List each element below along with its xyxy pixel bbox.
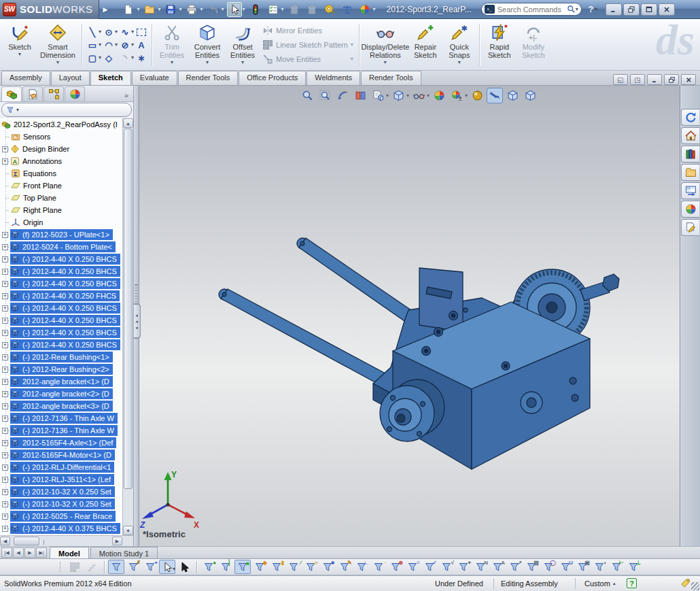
units-selector[interactable]: Custom▴ [584,579,615,588]
tree-item[interactable]: Sensors [0,131,122,143]
tree-item[interactable]: +(-) 2012-RLJ-3511<1> (Lef [0,473,122,486]
print-button[interactable] [184,2,199,17]
expander-icon[interactable]: + [2,501,8,507]
model-tab[interactable]: Model [50,547,89,558]
expander-icon[interactable]: + [2,281,8,287]
select-other-button[interactable] [176,560,192,574]
toggle-selection-filters-button[interactable] [108,560,124,574]
collapse-panel-button[interactable]: ◂ ◂ ◂ [134,303,141,339]
apply-scene-caret-icon[interactable]: ▾ [465,93,468,99]
expander-icon[interactable]: + [2,293,8,299]
convert-entities-button[interactable]: Convert Entities▾ [189,21,226,69]
quick-tips-button[interactable]: ? [627,578,637,588]
search-input[interactable] [497,5,567,14]
tree-item[interactable]: +2012-angle bracket<3> (D [0,400,122,412]
search-caret-icon[interactable]: ▾ [576,7,578,12]
tree-item[interactable]: +(-) 2012-10-32 X 0.250 Set [0,498,122,510]
select-tool-button[interactable]: ▾ [159,560,175,574]
linear-sketch-pattern-button[interactable]: Linear Sketch Pattern▾ [260,38,356,52]
panel-overflow-chevron[interactable]: » [124,91,133,101]
expander-icon[interactable]: + [2,489,8,495]
sketch-button[interactable]: Sketch▾ [3,21,37,69]
filter-sketch-segments-button[interactable]: ∟ [353,560,370,574]
filter-notes-button[interactable]: N [472,560,489,574]
filter-surface-bodies-button[interactable]: ◆ [251,560,268,574]
offset-entities-caret-icon[interactable]: ▾ [241,60,244,65]
tree-item[interactable]: +2012-5165F4-Motor<1> (D [0,449,122,461]
filter-centerlines-button[interactable]: ≡ [404,560,421,574]
select-all-filters-button[interactable]: + [142,560,158,574]
shadows-in-shaded-mode-button[interactable] [504,88,521,103]
undo-caret-icon[interactable]: ▾ [222,7,224,12]
filter-datums-button[interactable]: A [489,560,506,574]
minimize-document-button[interactable] [647,74,662,85]
close-window-button[interactable] [659,3,675,16]
filter-caret-icon[interactable]: ▾ [16,107,19,113]
polygon-tool[interactable]: ◇ [103,52,115,64]
view-orientation-caret-icon[interactable]: ▾ [386,93,389,99]
help-caret-icon[interactable]: ▾ [595,7,597,12]
tree-item[interactable]: +Annotations [0,155,122,167]
ellipse-tool[interactable]: ⊘ [119,39,131,51]
tree-item[interactable]: +(-) 2012-4-40 X 0.250 BHCS [0,253,122,265]
expander-icon[interactable]: + [2,477,8,483]
select-caret-icon[interactable]: ▾ [243,7,245,12]
hide-show-items-caret-icon[interactable]: ▾ [427,93,430,99]
tags-button[interactable] [680,578,690,588]
scroll-thumb[interactable] [124,129,133,489]
expander-icon[interactable]: + [2,305,8,311]
tab-scroll-button-0[interactable]: |◀ [1,547,12,558]
corner-rectangle-tool-caret-icon[interactable]: ▾ [99,42,101,48]
expander-icon[interactable]: + [2,403,8,409]
expander-icon[interactable]: + [2,465,8,471]
close-document-button[interactable] [681,74,696,85]
text-tool[interactable]: A [135,39,147,51]
tab-layout[interactable]: Layout [51,71,90,85]
tree-item[interactable]: +(-) 2012-4-40 X 0.250 BHCS [0,314,122,326]
tree-item[interactable]: +(-) 2012-4-40 X 0.250 BHCS [0,339,122,351]
tree-item[interactable]: Origin [0,216,122,229]
tree-item[interactable]: +2012-angle bracket<2> (D [0,388,122,400]
tab-scroll-button-1[interactable]: ◀ [13,547,24,558]
filter-planes-button[interactable]: ▱ [302,560,319,574]
sketch-picture-tool[interactable] [137,29,146,36]
menu-expand-arrow[interactable]: ▶ [99,3,112,16]
propertymanager-tab[interactable] [22,86,43,101]
tree-item[interactable]: +(-) 2012-4-40 X 0.375 BHCS [0,522,122,535]
spline-tool-caret-icon[interactable]: ▾ [131,29,134,35]
expander-icon[interactable]: + [2,256,8,263]
filter-cosmetic-threads-button[interactable]: ◐ [591,560,608,574]
units-caret-icon[interactable]: ▴ [613,581,616,586]
select-button[interactable] [227,2,242,17]
circle-tool[interactable]: ⊙ [103,26,115,38]
quick-snaps-button[interactable]: Quick Snaps▾ [442,21,476,69]
3d-model[interactable] [134,86,680,546]
tree-item[interactable]: +(-) 2012-4-40 X 0.250 BHCS [0,302,122,314]
circle-tool-caret-icon[interactable]: ▾ [115,29,118,35]
tree-item[interactable]: +(-) 2012-7136 - Thin Axle W [0,412,122,424]
paste-appearance-button[interactable] [304,2,319,17]
expander-icon[interactable]: + [2,146,8,152]
motion-study-tab[interactable]: Motion Study 1 [90,547,158,558]
tree-item[interactable]: Front Plane [0,180,122,192]
select-tool-caret-icon[interactable]: ▾ [173,567,175,572]
open-caret-icon[interactable]: ▾ [158,7,160,12]
tree-item[interactable]: +(-) 2012-7136 - Thin Axle W [0,424,122,437]
zoom-to-area-button[interactable] [317,88,333,103]
filter-edges-button[interactable]: ▏ [217,560,234,574]
edit-appearance-caret-icon[interactable]: ▾ [373,7,376,12]
dimension-colors-button[interactable] [248,2,263,17]
tree-horizontal-scrollbar[interactable]: ◀ ▶ [0,535,133,546]
apply-scene-button[interactable] [449,88,465,103]
minimize-window-button[interactable] [606,3,622,16]
scroll-thumb-horizontal[interactable] [14,537,39,545]
tree-item[interactable]: 2012-Sport3.2_RearPodAssy (I [0,118,122,131]
move-entities-button[interactable]: Move Entities▾ [260,52,356,67]
filter-center-marks-button[interactable]: ⊕ [387,560,404,574]
modify-sketch-button[interactable]: Modify Sketch [517,21,550,69]
file-explorer-button[interactable] [681,164,699,181]
trim-entities-caret-icon[interactable]: ▾ [171,60,173,65]
display-style-button[interactable] [390,88,406,103]
new-document-caret-icon[interactable]: ▾ [137,7,139,12]
ellipse-tool-caret-icon[interactable]: ▾ [131,42,134,48]
